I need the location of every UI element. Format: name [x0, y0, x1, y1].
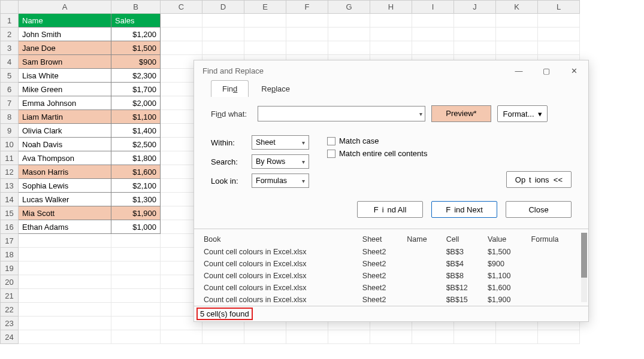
column-header[interactable]: L	[538, 1, 580, 14]
cell[interactable]: $1,900	[111, 206, 161, 220]
cell[interactable]: Sam Brown	[19, 55, 111, 69]
row-header[interactable]: 17	[1, 234, 19, 248]
cell[interactable]: Lisa White	[19, 69, 111, 83]
cell[interactable]: $2,100	[111, 179, 161, 193]
column-header[interactable]: F	[286, 1, 328, 14]
cell[interactable]	[111, 275, 161, 289]
cell[interactable]	[202, 41, 244, 55]
tab-replace[interactable]: Replace	[250, 80, 301, 97]
cell[interactable]	[496, 330, 538, 344]
cell[interactable]	[244, 330, 286, 344]
cell[interactable]: $2,000	[111, 96, 161, 110]
cell[interactable]: $2,300	[111, 69, 161, 83]
cell[interactable]: Ethan Adams	[19, 220, 111, 234]
dialog-titlebar[interactable]: Find and Replace — ▢ ✕	[194, 60, 588, 80]
cell[interactable]	[328, 330, 370, 344]
cell[interactable]	[161, 28, 202, 41]
cell[interactable]: $1,700	[111, 83, 161, 96]
select-all-corner[interactable]	[1, 1, 19, 14]
cell[interactable]: Noah Davis	[19, 138, 111, 151]
find-next-button[interactable]: Find Next	[431, 201, 497, 218]
cell[interactable]: $1,200	[111, 28, 161, 41]
column-header[interactable]: A	[19, 1, 111, 14]
maximize-icon[interactable]: ▢	[540, 66, 552, 75]
row-header[interactable]: 22	[1, 303, 19, 317]
row-header[interactable]: 6	[1, 83, 19, 96]
cell[interactable]	[538, 330, 580, 344]
cell[interactable]	[111, 234, 161, 248]
chevron-down-icon[interactable]: ▾	[538, 109, 542, 118]
results-table[interactable]: Book Sheet Name Cell Value Formula Count…	[200, 233, 578, 306]
cell[interactable]	[370, 41, 412, 55]
cell[interactable]	[161, 330, 202, 344]
cell[interactable]	[19, 303, 111, 317]
cell[interactable]	[19, 317, 111, 330]
cell[interactable]	[538, 14, 580, 28]
cell[interactable]: Ava Thompson	[19, 151, 111, 165]
options-button[interactable]: Options <<	[506, 171, 572, 188]
row-header[interactable]: 7	[1, 96, 19, 110]
column-header[interactable]: D	[202, 1, 244, 14]
row-header[interactable]: 19	[1, 261, 19, 275]
cell[interactable]	[454, 41, 496, 55]
chevron-down-icon[interactable]: ▾	[419, 111, 422, 117]
cell[interactable]	[244, 28, 286, 41]
cell[interactable]	[19, 234, 111, 248]
results-row[interactable]: Count cell colours in Excel.xlsxSheet2$B…	[200, 294, 578, 306]
cell[interactable]	[202, 28, 244, 41]
cell[interactable]	[19, 330, 111, 344]
column-header[interactable]: B	[111, 1, 161, 14]
cell[interactable]	[412, 28, 454, 41]
column-header[interactable]: H	[370, 1, 412, 14]
cell[interactable]	[370, 28, 412, 41]
results-col-cell[interactable]: Cell	[443, 233, 484, 246]
cell[interactable]	[412, 41, 454, 55]
cell[interactable]	[538, 41, 580, 55]
row-header[interactable]: 5	[1, 69, 19, 83]
results-col-book[interactable]: Book	[200, 233, 359, 246]
cell[interactable]: Emma Johnson	[19, 96, 111, 110]
cell[interactable]	[244, 14, 286, 28]
cell[interactable]	[111, 317, 161, 330]
row-header[interactable]: 8	[1, 110, 19, 124]
cell[interactable]: $1,000	[111, 220, 161, 234]
cell[interactable]	[111, 330, 161, 344]
results-row[interactable]: Count cell colours in Excel.xlsxSheet2$B…	[200, 270, 578, 282]
cell[interactable]: Jane Doe	[19, 41, 111, 55]
cell[interactable]	[19, 261, 111, 275]
cell[interactable]: $1,600	[111, 165, 161, 179]
cell[interactable]	[286, 14, 328, 28]
row-header[interactable]: 10	[1, 138, 19, 151]
search-select[interactable]: By Rows▾	[252, 154, 309, 169]
cell[interactable]: Sophia Lewis	[19, 179, 111, 193]
cell[interactable]	[328, 14, 370, 28]
results-row[interactable]: Count cell colours in Excel.xlsxSheet2$B…	[200, 282, 578, 294]
cell[interactable]: $1,100	[111, 110, 161, 124]
row-header[interactable]: 16	[1, 220, 19, 234]
within-select[interactable]: Sheet▾	[252, 135, 309, 150]
cell[interactable]: Olivia Clark	[19, 124, 111, 138]
cell[interactable]	[244, 41, 286, 55]
column-header[interactable]: E	[244, 1, 286, 14]
row-header[interactable]: 1	[1, 14, 19, 28]
results-col-name[interactable]: Name	[403, 233, 442, 246]
cell[interactable]: $900	[111, 55, 161, 69]
close-icon[interactable]: ✕	[568, 66, 580, 75]
cell[interactable]	[412, 330, 454, 344]
cell[interactable]	[161, 14, 202, 28]
row-header[interactable]: 11	[1, 151, 19, 165]
cell[interactable]	[286, 41, 328, 55]
column-header[interactable]: K	[496, 1, 538, 14]
cell[interactable]	[111, 261, 161, 275]
cell[interactable]	[286, 28, 328, 41]
cell[interactable]: Sales	[111, 14, 161, 28]
cell[interactable]	[454, 28, 496, 41]
cell[interactable]: Mason Harris	[19, 165, 111, 179]
cell[interactable]	[412, 14, 454, 28]
cell[interactable]	[454, 14, 496, 28]
cell[interactable]: $1,300	[111, 193, 161, 206]
row-header[interactable]: 12	[1, 165, 19, 179]
cell[interactable]	[370, 14, 412, 28]
cell[interactable]	[286, 330, 328, 344]
results-col-sheet[interactable]: Sheet	[359, 233, 403, 246]
